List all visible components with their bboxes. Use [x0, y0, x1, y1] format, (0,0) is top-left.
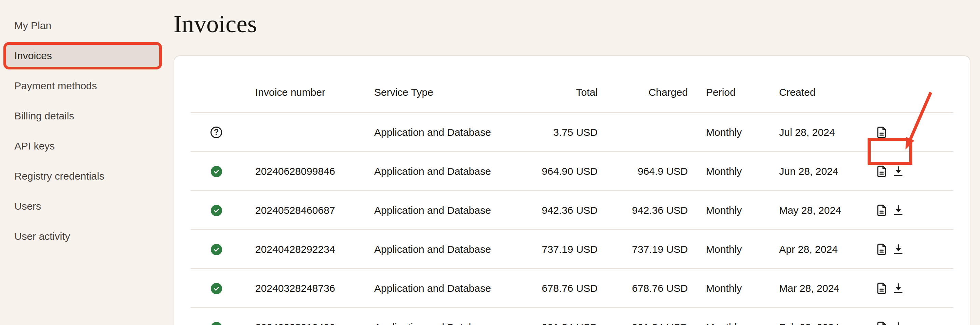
sidebar-item-user-activity[interactable]: User activity [3, 226, 162, 247]
charged-cell: 678.76 USD [598, 283, 688, 294]
header-created: Created [756, 86, 852, 98]
view-invoice-button[interactable] [875, 165, 888, 178]
status-cell: ? [210, 243, 223, 256]
download-icon [892, 243, 905, 256]
file-text-icon [875, 204, 888, 217]
view-invoice-button[interactable] [875, 282, 888, 295]
status-cell: ? [210, 204, 223, 216]
created-cell: Jul 28, 2024 [756, 126, 852, 138]
invoice-number-cell: 20240328248736 [255, 283, 374, 294]
check-circle-icon [211, 244, 222, 255]
total-cell: 3.75 USD [530, 126, 598, 138]
download-icon [892, 165, 905, 178]
invoice-number-cell: 20240528460687 [255, 205, 374, 216]
created-cell: Mar 28, 2024 [756, 283, 852, 294]
status-paid-icon [210, 282, 223, 295]
service-type-cell: Application and Database [374, 205, 530, 216]
view-invoice-button[interactable] [875, 204, 888, 217]
actions-group [875, 126, 905, 139]
download-invoice-button[interactable] [892, 321, 905, 325]
charged-cell: 991.34 USD [598, 322, 688, 325]
invoice-number-cell: 20240428292234 [255, 243, 374, 255]
file-text-icon [875, 126, 888, 139]
total-cell: 737.19 USD [530, 243, 598, 255]
actions-cell [852, 230, 953, 269]
actions-cell [852, 113, 953, 152]
sidebar-item-label: User activity [14, 231, 70, 242]
status-paid-icon [210, 204, 223, 216]
created-cell: May 28, 2024 [756, 205, 852, 216]
charged-cell: 942.36 USD [598, 205, 688, 216]
service-type-cell: Application and Database [374, 166, 530, 177]
total-cell: 991.34 USD [530, 322, 598, 325]
status-paid-icon [210, 321, 223, 325]
service-type-cell: Application and Database [374, 243, 530, 255]
actions-cell [852, 191, 953, 230]
help-circle-icon: ? [210, 126, 222, 138]
period-cell: Monthly [688, 243, 756, 255]
invoice-table-row: ? Application and Database 3.75 USD Mont… [191, 113, 953, 152]
download-icon [892, 321, 905, 325]
invoice-table-body: ? Application and Database 3.75 USD Mont… [191, 113, 953, 325]
view-invoice-button[interactable] [875, 243, 888, 256]
total-cell: 942.36 USD [530, 205, 598, 216]
header-total: Total [530, 86, 598, 98]
invoice-table-header: Invoice number Service Type Total Charge… [191, 72, 953, 113]
download-invoice-button[interactable] [892, 243, 905, 256]
actions-group [875, 282, 905, 295]
service-type-cell: Application and Database [374, 126, 530, 138]
period-cell: Monthly [688, 205, 756, 216]
sidebar-item-registry-credentials[interactable]: Registry credentials [3, 165, 162, 187]
sidebar-item-label: Invoices [14, 50, 52, 62]
sidebar-item-my-plan[interactable]: My Plan [3, 15, 162, 37]
status-unknown-icon[interactable]: ? [210, 126, 223, 139]
check-circle-icon [211, 166, 222, 177]
sidebar-item-invoices[interactable]: Invoices [6, 45, 159, 67]
header-invoice-number: Invoice number [255, 86, 374, 98]
status-paid-icon [210, 165, 223, 178]
file-text-icon [875, 321, 888, 325]
total-cell: 964.90 USD [530, 166, 598, 177]
actions-cell [852, 308, 953, 325]
created-cell: Apr 28, 2024 [756, 243, 852, 255]
header-period: Period [688, 86, 756, 98]
file-text-icon [875, 282, 888, 295]
invoice-table-row: ? 20240428292234 Application and Databas… [191, 230, 953, 269]
invoice-number-cell: 20240228910400 [255, 322, 374, 325]
download-invoice-button[interactable] [892, 282, 905, 295]
invoice-table-row: ? 20240328248736 Application and Databas… [191, 269, 953, 308]
sidebar-item-label: My Plan [14, 20, 51, 32]
charged-cell: 737.19 USD [598, 243, 688, 255]
period-cell: Monthly [688, 166, 756, 177]
header-service-type: Service Type [374, 86, 530, 98]
status-cell: ? [210, 165, 223, 178]
file-text-icon [875, 165, 888, 178]
invoices-card: Invoice number Service Type Total Charge… [173, 55, 970, 325]
view-invoice-button[interactable] [875, 321, 888, 325]
actions-cell [852, 269, 953, 308]
total-cell: 678.76 USD [530, 283, 598, 294]
invoice-table-row: ? 20240628099846 Application and Databas… [191, 152, 953, 191]
sidebar-item-label: Registry credentials [14, 170, 104, 182]
sidebar-item-users[interactable]: Users [3, 195, 162, 217]
invoice-table-row: ? 20240528460687 Application and Databas… [191, 191, 953, 230]
actions-group [875, 204, 905, 217]
download-invoice-button[interactable] [892, 165, 905, 178]
actions-group [875, 321, 905, 325]
sidebar-item-billing-details[interactable]: Billing details [3, 105, 162, 127]
sidebar-item-payment-methods[interactable]: Payment methods [3, 75, 162, 97]
service-type-cell: Application and Database [374, 322, 530, 325]
check-circle-icon [211, 205, 222, 216]
page-title: Invoices [173, 12, 970, 36]
header-charged: Charged [598, 86, 688, 98]
file-text-icon [875, 243, 888, 256]
invoice-number-cell: 20240628099846 [255, 166, 374, 177]
sidebar-item-api-keys[interactable]: API keys [3, 135, 162, 157]
status-cell: ? [210, 282, 223, 295]
download-invoice-button[interactable] [892, 204, 905, 217]
actions-group [875, 165, 905, 178]
main-content: Invoices Invoice number Service Type Tot… [173, 0, 970, 325]
view-invoice-button[interactable] [875, 126, 888, 139]
download-icon [892, 204, 905, 217]
period-cell: Monthly [688, 322, 756, 325]
